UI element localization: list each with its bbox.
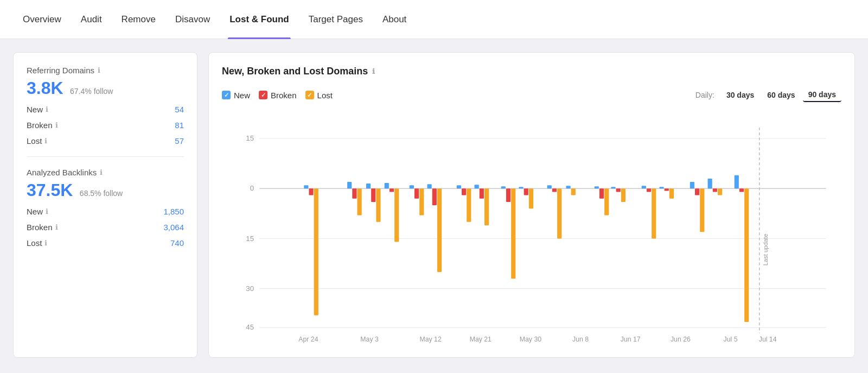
backlinks-new-info-icon[interactable]: ℹ xyxy=(46,207,48,216)
referring-lost-row: Lost ℹ 57 xyxy=(27,136,184,146)
svg-rect-12 xyxy=(309,188,313,195)
svg-rect-61 xyxy=(708,179,712,188)
svg-rect-51 xyxy=(621,188,626,202)
bar-group-may21 xyxy=(457,185,471,222)
referring-broken-row: Broken ℹ 81 xyxy=(27,121,184,130)
nav-item-disavow[interactable]: Disavow xyxy=(165,0,220,39)
svg-rect-42 xyxy=(552,188,557,192)
svg-text:Jun 26: Jun 26 xyxy=(671,336,691,343)
bar-group-jun8b xyxy=(566,186,575,195)
svg-rect-35 xyxy=(501,186,506,188)
main-content: Referring Domains ℹ 3.8K 67.4% follow Ne… xyxy=(0,39,868,371)
svg-text:May 12: May 12 xyxy=(420,336,442,343)
backlinks-new-value: 1,850 xyxy=(151,207,184,216)
backlinks-broken-value: 3,064 xyxy=(151,223,184,232)
backlinks-lost-info-icon[interactable]: ℹ xyxy=(44,239,47,247)
referring-domains-follow: 67.4% follow xyxy=(70,87,113,96)
svg-rect-11 xyxy=(304,185,308,188)
legend-new-checkbox[interactable]: ✓ xyxy=(222,91,231,99)
svg-rect-57 xyxy=(669,188,674,198)
referring-broken-info-icon[interactable]: ℹ xyxy=(55,121,58,129)
analyzed-backlinks-info-icon[interactable]: ℹ xyxy=(100,168,103,176)
bar-group-apr24 xyxy=(304,185,318,315)
range-30-days[interactable]: 30 days xyxy=(721,88,760,102)
svg-rect-16 xyxy=(358,188,362,215)
right-panel: New, Broken and Lost Domains ℹ ✓ New ✓ B… xyxy=(208,52,855,358)
backlinks-lost-value: 740 xyxy=(151,238,184,248)
referring-domains-value: 3.8K xyxy=(27,78,63,98)
bar-group-may3 xyxy=(347,182,362,215)
referring-new-row: New ℹ 54 xyxy=(27,105,184,114)
navigation: Overview Audit Remove Disavow Lost & Fou… xyxy=(0,0,868,39)
analyzed-backlinks-label: Analyzed Backlinks ℹ xyxy=(27,168,184,177)
referring-domains-info-icon[interactable]: ℹ xyxy=(98,66,100,74)
chart-area: 15 0 15 30 45 xyxy=(222,111,841,344)
left-panel: Referring Domains ℹ 3.8K 67.4% follow Ne… xyxy=(13,52,197,358)
nav-item-lost-found[interactable]: Lost & Found xyxy=(220,0,299,39)
svg-rect-17 xyxy=(366,184,371,188)
svg-rect-58 xyxy=(690,182,694,188)
nav-item-remove[interactable]: Remove xyxy=(112,0,165,39)
nav-label-remove: Remove xyxy=(122,14,156,25)
referring-new-info-icon[interactable]: ℹ xyxy=(46,105,48,113)
legend-lost-checkbox[interactable]: ✓ xyxy=(305,91,314,99)
nav-label-disavow: Disavow xyxy=(175,14,210,25)
nav-item-overview[interactable]: Overview xyxy=(13,0,71,39)
svg-rect-63 xyxy=(718,188,722,195)
chart-info-icon[interactable]: ℹ xyxy=(372,67,375,75)
nav-label-audit: Audit xyxy=(81,14,102,25)
svg-rect-24 xyxy=(414,188,419,198)
svg-rect-15 xyxy=(352,188,356,198)
svg-rect-50 xyxy=(616,188,621,192)
range-60-days[interactable]: 60 days xyxy=(762,88,800,102)
svg-rect-65 xyxy=(739,188,744,192)
svg-rect-29 xyxy=(457,185,461,188)
range-90-days[interactable]: 90 days xyxy=(803,88,841,102)
svg-rect-40 xyxy=(529,188,533,208)
backlinks-broken-info-icon[interactable]: ℹ xyxy=(55,223,58,231)
analyzed-backlinks-follow: 68.5% follow xyxy=(80,189,123,198)
legend-broken: ✓ Broken xyxy=(259,91,297,100)
backlinks-new-row: New ℹ 1,850 xyxy=(27,207,184,216)
bar-group-jun17b xyxy=(611,187,626,202)
nav-item-audit[interactable]: Audit xyxy=(71,0,112,39)
referring-domains-section: Referring Domains ℹ 3.8K 67.4% follow Ne… xyxy=(27,66,184,157)
svg-text:May 3: May 3 xyxy=(360,336,379,343)
svg-rect-19 xyxy=(376,188,380,222)
svg-rect-18 xyxy=(371,188,375,202)
svg-rect-38 xyxy=(519,187,523,188)
svg-rect-23 xyxy=(410,185,414,188)
nav-item-target-pages[interactable]: Target Pages xyxy=(299,0,373,39)
bar-group-may3c xyxy=(385,183,399,242)
svg-text:0: 0 xyxy=(250,184,254,192)
legend-broken-checkbox[interactable]: ✓ xyxy=(259,91,267,99)
referring-lost-value: 57 xyxy=(151,136,184,146)
svg-text:30: 30 xyxy=(246,285,254,293)
referring-new-value: 54 xyxy=(151,105,184,114)
svg-rect-25 xyxy=(419,188,424,215)
svg-rect-49 xyxy=(611,187,615,188)
svg-rect-20 xyxy=(385,183,389,188)
svg-rect-62 xyxy=(713,188,717,192)
svg-rect-45 xyxy=(571,188,576,195)
bar-group-may12b xyxy=(427,184,442,272)
referring-lost-info-icon[interactable]: ℹ xyxy=(44,137,47,145)
svg-rect-44 xyxy=(566,186,570,188)
bar-group-may30 xyxy=(501,186,516,279)
analyzed-backlinks-section: Analyzed Backlinks ℹ 37.5K 68.5% follow … xyxy=(27,168,184,248)
nav-label-lost-found: Lost & Found xyxy=(229,14,289,25)
nav-item-about[interactable]: About xyxy=(373,0,416,39)
svg-rect-48 xyxy=(604,188,609,215)
svg-rect-60 xyxy=(700,188,704,232)
svg-text:Apr 24: Apr 24 xyxy=(298,336,318,343)
svg-text:15: 15 xyxy=(246,134,254,142)
analyzed-backlinks-value-row: 37.5K 68.5% follow xyxy=(27,180,184,200)
svg-text:May 21: May 21 xyxy=(470,336,492,343)
svg-rect-22 xyxy=(394,188,399,242)
nav-label-about: About xyxy=(382,14,406,25)
svg-rect-27 xyxy=(432,188,437,205)
svg-rect-37 xyxy=(511,188,515,279)
svg-rect-34 xyxy=(484,188,489,225)
svg-text:May 30: May 30 xyxy=(520,336,541,343)
svg-rect-39 xyxy=(524,188,528,195)
